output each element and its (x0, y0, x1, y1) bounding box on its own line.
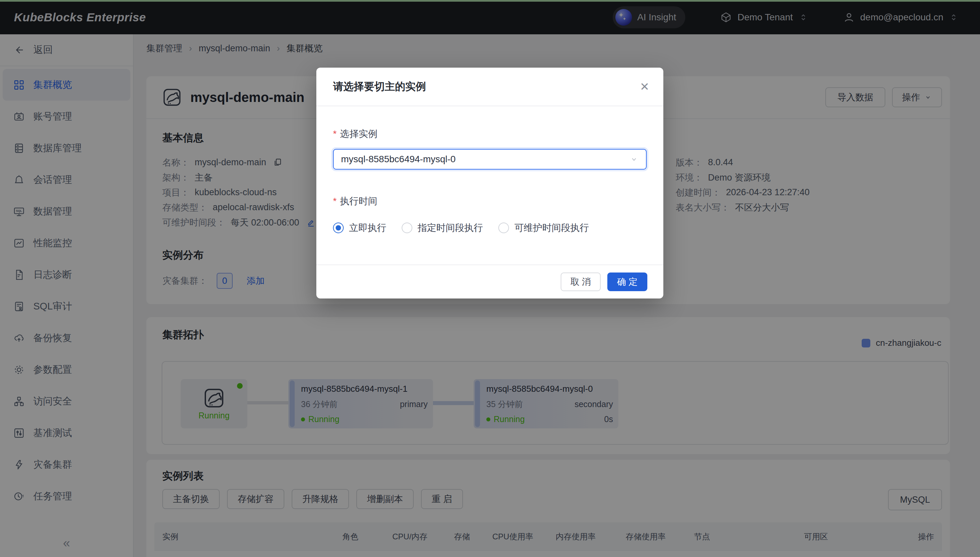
instance-select[interactable]: mysql-8585bc6494-mysql-0 (333, 149, 647, 169)
execution-time-options: 立即执行 指定时间段执行 可维护时间段执行 (333, 221, 647, 234)
switchover-modal: 请选择要切主的实例 ✕ * 选择实例 mysql-8585bc6494-mysq… (316, 68, 663, 298)
radio-scheduled[interactable]: 指定时间段执行 (402, 221, 483, 234)
radio-immediate[interactable]: 立即执行 (333, 221, 386, 234)
radio-circle-icon (498, 223, 509, 233)
confirm-button[interactable]: 确 定 (607, 272, 647, 291)
cancel-button[interactable]: 取 消 (561, 272, 601, 291)
modal-footer: 取 消 确 定 (316, 264, 663, 298)
required-asterisk: * (333, 196, 337, 207)
chevron-down-icon (629, 155, 639, 164)
app-root: KubeBlocks Enterprise ✦✦ AI Insight Demo… (0, 0, 980, 557)
close-icon[interactable]: ✕ (640, 81, 650, 92)
time-field-label: * 执行时间 (333, 195, 647, 208)
radio-maintenance-window[interactable]: 可维护时间段执行 (498, 221, 589, 234)
radio-circle-icon (333, 223, 344, 233)
instance-field-label: * 选择实例 (333, 128, 647, 140)
radio-circle-icon (402, 223, 413, 233)
instance-select-value: mysql-8585bc6494-mysql-0 (341, 154, 456, 164)
modal-body: * 选择实例 mysql-8585bc6494-mysql-0 * 执行时间 (316, 128, 663, 234)
required-asterisk: * (333, 129, 337, 139)
modal-title: 请选择要切主的实例 (333, 80, 426, 94)
modal-header: 请选择要切主的实例 (316, 68, 663, 106)
